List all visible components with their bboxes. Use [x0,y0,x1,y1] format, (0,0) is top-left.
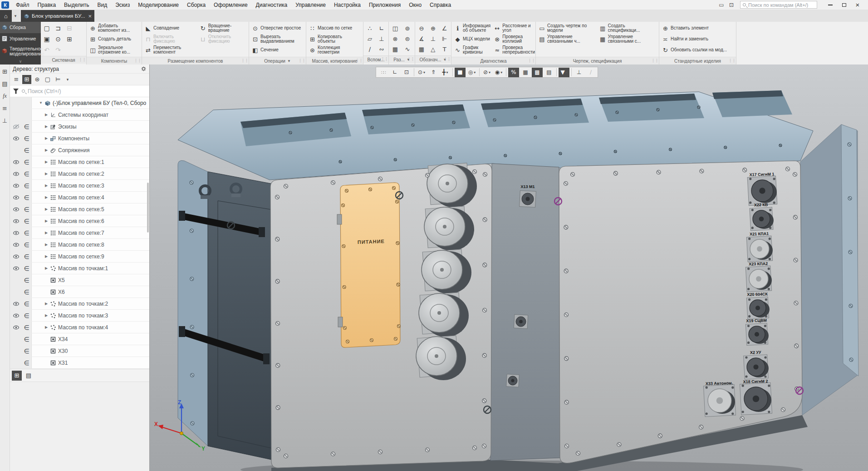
ribbon-button[interactable]: ◣Совпадение [143,23,197,34]
mode-item-1[interactable]: Сборка [0,22,41,33]
ribbon-button[interactable]: ▦Управление связанными с... [598,34,657,45]
intersect-icon[interactable]: ⊗ [391,34,400,44]
tab-close-icon[interactable]: × [88,13,92,20]
tree-row[interactable]: ∈▶Массив по точкам:4 [10,322,149,333]
ribbon-button[interactable]: ⊕Добавить компонент из... [88,23,140,34]
screen-settings-icon[interactable]: ⊡ [726,2,736,8]
visibility-eye-icon[interactable] [10,215,22,227]
explode-view-icon[interactable]: % [508,68,519,77]
tree-row[interactable]: ∈▶Компоненты [10,133,149,144]
group-dropdown-icon[interactable]: ▼ [287,59,291,63]
visibility-eye-icon[interactable] [10,298,22,309]
expand-icon[interactable]: ▶ [44,313,49,317]
roughness-icon[interactable]: △ [428,44,437,54]
save-as-icon[interactable]: ⊞ [65,34,74,44]
mode-item-2[interactable]: Управление [0,33,41,45]
expand-icon[interactable]: ▶ [44,243,49,247]
ribbon-button[interactable]: ⊔Отключить фиксацию [198,34,247,45]
ribbon-button[interactable]: ℹИнформация об объекте [453,23,491,34]
menu-справка[interactable]: Справка [426,1,455,9]
tree-filter-dropdown-icon[interactable]: ▾ [65,77,70,82]
ribbon-button[interactable]: ▤Управление связанными ч... [537,34,597,45]
toolbar-grip-icon[interactable]: ∷∷ [378,68,388,77]
ribbon-button[interactable]: ⊛Коллекция геометрии [308,45,362,55]
color-picker-icon[interactable]: ∕ [585,68,596,77]
visibility-eye-icon[interactable] [10,310,22,321]
expand-icon[interactable]: ▶ [44,219,49,223]
flag-icon[interactable]: ⊩ [440,34,449,44]
lcs-icon[interactable]: ∟ [389,68,400,77]
layer-icon[interactable]: ◫ [391,23,400,33]
menu-диагностика[interactable]: Диагностика [252,1,292,9]
ribbon-button[interactable]: ◆МЦХ модели [453,34,491,45]
small-connector[interactable] [514,314,528,328]
power-panel[interactable] [337,183,400,347]
menu-правка[interactable]: Правка [34,1,60,9]
new-file-icon[interactable]: ▢ [43,23,51,33]
mesh-icon[interactable]: ▦ [391,44,400,54]
panel-menu-icon[interactable]: ≡ [1,104,9,112]
tree-row[interactable]: ∈▶Массив по сетке:1 [10,156,149,168]
gear-icon[interactable] [141,66,147,72]
panel-connector[interactable] [747,176,777,206]
panel-connector[interactable] [703,384,736,416]
panel-variables-icon[interactable]: fx [1,92,9,100]
save-icon[interactable]: ⊟ [65,23,74,33]
visibility-eye-icon[interactable] [10,203,22,215]
filter-objects-icon[interactable]: ▼▾ [559,68,569,77]
expand-icon[interactable]: ▶ [44,124,49,129]
ribbon-button[interactable]: ▭Создать чертеж по модели [537,23,597,34]
visibility-eye-icon[interactable] [10,168,22,179]
menu-сборка[interactable]: Сборка [183,1,210,9]
group-grip-icon[interactable]: ⋮⋮ [651,58,658,63]
close-button[interactable]: × [851,0,864,10]
expand-icon[interactable]: ▶ [44,160,49,164]
mode-panel-collapse-icon[interactable]: ∨ [0,59,41,64]
group-grip-icon[interactable]: ⋮⋮ [134,58,141,63]
dropdown-arrow-icon[interactable]: ▾ [423,70,425,74]
expand-icon[interactable]: ▶ [44,172,49,176]
panel-connector[interactable] [750,207,774,231]
tree-row[interactable]: ∈▶Массив по точкам:1 [10,263,149,274]
leader-icon[interactable]: ∠ [440,23,449,33]
menu-настройка[interactable]: Настройка [330,1,365,9]
ribbon-button[interactable]: ⊕Вставить элемент [661,23,728,34]
ribbon-button[interactable]: ⊞Копировать объекты [308,34,362,45]
ribbon-button[interactable]: ▥Создать спецификаци... [598,23,657,34]
group-grip-icon[interactable]: ⋮⋮ [443,57,451,61]
dropdown-arrow-icon[interactable]: ▾ [489,70,490,74]
spiral-icon[interactable]: ∾ [377,44,386,54]
cylinder-icon[interactable]: ⊖ [417,23,426,33]
tree-row[interactable]: ∈▶Массив по сетке:5 [10,203,149,215]
visibility-eye-icon[interactable] [10,239,22,250]
home-button[interactable]: ⌂ [0,10,12,22]
dropdown-arrow-icon[interactable]: ▾ [500,70,502,74]
ribbon-button[interactable]: ⊗Проверка коллизий [492,34,536,45]
preview-icon[interactable]: ⊙ [54,34,62,44]
ribbon-button[interactable]: ∷Массив по сетке [308,23,362,34]
visibility-eye-icon[interactable] [10,251,22,262]
measure-icon[interactable]: ⊥ [574,68,584,77]
panel-connector[interactable] [744,355,769,380]
menu-окно[interactable]: Окно [405,1,426,9]
tree-structure-mode-icon[interactable]: ⊞ [22,75,31,84]
window-layout-icon[interactable]: ▭ [716,2,726,8]
tree-list-mode-icon[interactable]: ≡ [12,75,21,84]
plane-icon[interactable]: ▱ [365,34,374,44]
model-control-unit[interactable]: X17 СигнМ 1X22 КВX21 КПА1X23 КПА2X20 604… [178,90,858,471]
visibility-eye-icon[interactable] [10,156,22,168]
tree-search-placeholder[interactable]: Поиск (Ctrl+/) [28,88,61,94]
tree-row[interactable]: ∈X5 [10,274,149,286]
clip-box-icon[interactable]: ▦ [520,68,531,77]
print-icon[interactable]: ▣ [43,34,51,44]
restore-button[interactable] [837,0,851,10]
scene-visibility-icon[interactable]: ◉▾ [493,68,504,77]
menu-оформление[interactable]: Оформление [210,1,251,9]
expand-icon[interactable]: ▶ [44,136,49,140]
document-tab[interactable]: Блок управления БУ... × [21,10,94,22]
solid-view-icon[interactable]: ▩ [532,68,543,77]
tree-row[interactable]: ∈▶Массив по сетке:4 [10,192,149,203]
expand-icon[interactable]: ▶ [44,148,49,152]
tree-row[interactable]: ∈▶Эскизы [10,121,149,133]
ribbon-button[interactable]: ⊡Вырезать выдавливанием [250,34,304,45]
